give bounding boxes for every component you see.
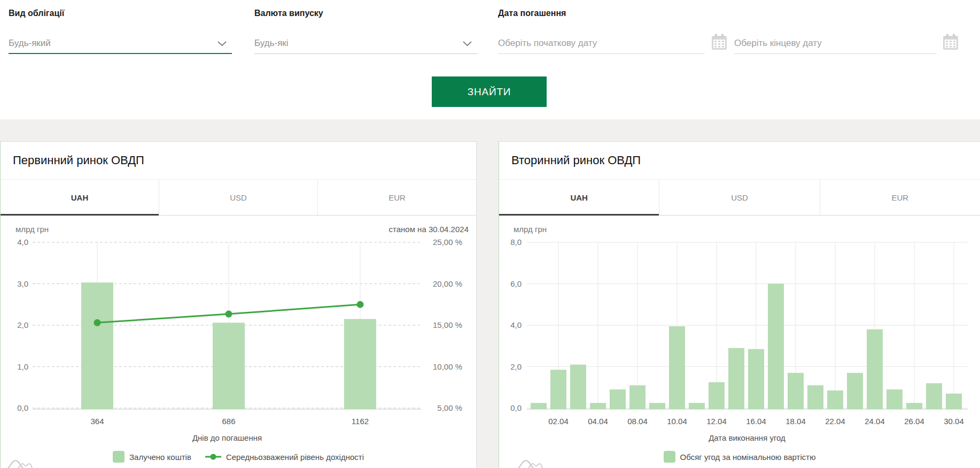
bar[interactable] [847, 373, 863, 409]
legend-label: Залучено коштів [129, 452, 191, 462]
right-axis-tick-label: 15,00 % [433, 320, 462, 329]
end-date-input[interactable]: Оберіть кінцеву дату [734, 31, 936, 54]
bar[interactable] [550, 370, 566, 409]
panel-title: Первинний ринок ОВДП [13, 154, 144, 167]
currency-label: Валюта випуску [254, 9, 323, 18]
legend-item-bars[interactable]: Обсяг угод за номінальною вартістю [664, 451, 816, 463]
bar[interactable] [213, 323, 245, 409]
bar[interactable] [669, 326, 685, 409]
bar[interactable] [867, 329, 883, 409]
chart-legend: Залучено коштів Середньозважений рівень … [1, 451, 476, 463]
line-point[interactable] [225, 311, 232, 318]
bond-type-value: Будь-який [9, 38, 51, 49]
bar[interactable] [728, 348, 744, 409]
tab-uah[interactable]: UAH [1, 180, 159, 215]
calendar-icon[interactable] [943, 33, 959, 50]
bar-swatch-icon [664, 451, 675, 463]
currency-value: Будь-які [254, 38, 289, 49]
primary-market-chart: 4,025,00 %3,020,00 %2,015,00 %1,010,00 %… [1, 216, 476, 468]
maturity-date-label: Дата погашення [498, 9, 566, 18]
as-of-date-label: станом на 30.04.2024 [388, 225, 469, 234]
bar[interactable] [629, 385, 645, 409]
y-axis-tick-label: 2,0 [510, 362, 522, 371]
bar[interactable] [807, 385, 823, 409]
legend-item-line[interactable]: Середньозважений рівень дохідності [205, 452, 364, 462]
primary-market-panel: Первинний ринок ОВДП UAH USD EUR 4,025,0… [0, 141, 477, 468]
area-chart-icon [515, 458, 544, 468]
secondary-market-panel: Вторинний ринок ОВДП UAH USD EUR 8,06,04… [499, 141, 980, 468]
legend-label: Обсяг угод за номінальною вартістю [680, 452, 816, 462]
x-axis-tick-label: 16.04 [746, 417, 766, 426]
tab-uah[interactable]: UAH [499, 180, 659, 215]
bar[interactable] [590, 403, 606, 409]
end-date-placeholder: Оберіть кінцеву дату [734, 38, 822, 49]
y-axis-tick-label: 8,0 [510, 237, 522, 247]
bar[interactable] [610, 389, 626, 409]
x-axis-tick-label: 10.04 [667, 417, 687, 426]
legend-label: Середньозважений рівень дохідності [226, 452, 364, 462]
secondary-market-chart: 8,06,04,02,00,002.0404.0408.0410.0412.04… [499, 216, 979, 468]
calendar-icon[interactable] [711, 33, 727, 50]
tab-usd[interactable]: USD [159, 180, 317, 215]
currency-tabs: UAH USD EUR [499, 179, 980, 216]
area-chart-icon [5, 458, 34, 468]
bar[interactable] [344, 319, 376, 409]
bar[interactable] [768, 284, 784, 410]
chevron-down-icon [463, 41, 472, 47]
x-axis-tick-label: 08.04 [627, 417, 648, 426]
bond-type-select[interactable]: Будь-який [9, 31, 232, 54]
bar[interactable] [81, 282, 113, 409]
bar[interactable] [709, 382, 725, 409]
bar[interactable] [531, 403, 547, 409]
search-button[interactable]: ЗНАЙТИ [432, 76, 547, 107]
bar[interactable] [946, 394, 962, 409]
bar[interactable] [570, 365, 586, 409]
right-axis-tick-label: 25,00 % [433, 237, 462, 247]
y-axis-unit-label: млрд грн [514, 225, 547, 234]
x-axis-tick-label: 364 [90, 417, 104, 426]
y-axis-tick-label: 1,0 [17, 362, 28, 371]
x-axis-tick-label: 1162 [352, 417, 369, 426]
bond-type-label: Вид облігації [9, 9, 64, 18]
right-axis-tick-label: 20,00 % [433, 279, 462, 288]
tab-usd[interactable]: USD [659, 180, 819, 215]
tab-eur[interactable]: EUR [820, 180, 980, 215]
bar[interactable] [689, 403, 705, 409]
bar[interactable] [886, 389, 903, 409]
x-axis-tick-label: 12.04 [706, 417, 727, 426]
y-axis-tick-label: 0,0 [510, 403, 522, 412]
chevron-down-icon [217, 41, 227, 47]
currency-select[interactable]: Будь-які [254, 31, 477, 54]
line-swatch-icon [205, 453, 221, 461]
bar[interactable] [649, 403, 665, 409]
start-date-input[interactable]: Оберіть початкову дату [498, 31, 704, 54]
panel-title: Вторинний ринок ОВДП [511, 154, 641, 167]
bar[interactable] [926, 383, 942, 410]
bar[interactable] [827, 390, 843, 409]
bar[interactable] [906, 403, 922, 409]
x-axis-tick-label: 24.04 [865, 417, 885, 426]
right-axis-tick-label: 10,00 % [433, 362, 462, 371]
x-axis-tick-label: 02.04 [548, 417, 569, 426]
tab-eur[interactable]: EUR [317, 180, 476, 215]
line-point[interactable] [357, 301, 364, 308]
bar-swatch-icon [113, 451, 125, 463]
y-axis-unit-label: млрд грн [15, 225, 49, 234]
y-axis-tick-label: 4,0 [17, 237, 28, 247]
y-axis-tick-label: 6,0 [510, 279, 522, 288]
x-axis-tick-label: 686 [222, 417, 235, 426]
legend-item-bars[interactable]: Залучено коштів [113, 451, 191, 463]
y-axis-tick-label: 0,0 [17, 403, 28, 412]
bar[interactable] [788, 373, 804, 409]
line-point[interactable] [94, 319, 101, 326]
y-axis-tick-label: 3,0 [17, 279, 28, 288]
x-axis-tick-label: 26.04 [904, 417, 924, 426]
x-axis-tick-label: 30.04 [944, 417, 964, 426]
x-axis-tick-label: 18.04 [785, 417, 806, 426]
x-axis-tick-label: 04.04 [588, 417, 608, 426]
bar[interactable] [748, 349, 764, 409]
start-date-placeholder: Оберіть початкову дату [498, 38, 597, 49]
y-axis-tick-label: 2,0 [17, 320, 28, 329]
y-axis-tick-label: 4,0 [510, 320, 522, 329]
filter-section: Вид облігації Валюта випуску Дата погаше… [0, 0, 980, 119]
